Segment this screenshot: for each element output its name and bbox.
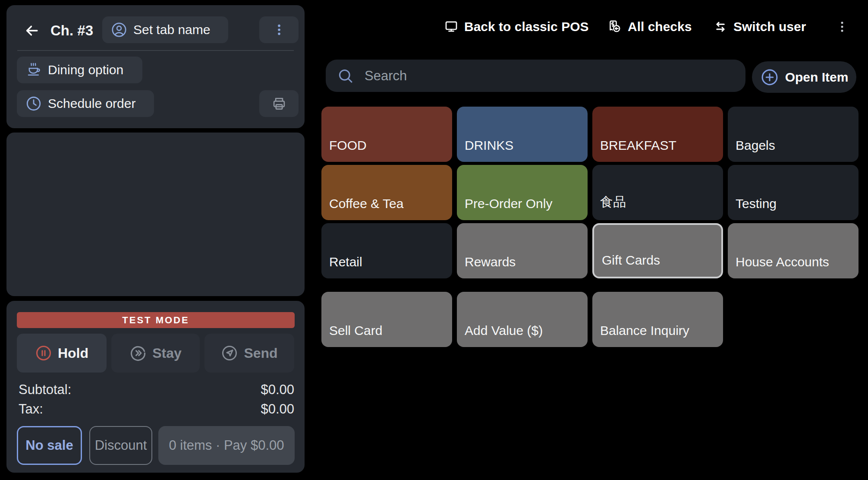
chevrons-circle-icon xyxy=(129,344,147,362)
kebab-menu-icon xyxy=(836,20,849,33)
no-sale-button[interactable]: No sale xyxy=(17,426,82,465)
check-summary-card: TEST MODE Hold xyxy=(6,301,305,473)
switch-user-label: Switch user xyxy=(733,19,806,34)
category-tile-drinks[interactable]: DRINKS xyxy=(457,107,588,162)
back-button[interactable] xyxy=(22,21,42,41)
schedule-order-button[interactable]: Schedule order xyxy=(17,90,154,117)
tax-label: Tax: xyxy=(19,401,43,417)
receipt-refund-icon xyxy=(606,19,623,35)
open-item-button[interactable]: Open Item xyxy=(752,61,856,93)
dining-option-label: Dining option xyxy=(48,63,123,77)
swap-arrows-icon xyxy=(713,19,728,35)
steaming-cup-icon xyxy=(25,62,42,78)
tile-label: Add Value ($) xyxy=(465,323,543,338)
stay-button[interactable]: Stay xyxy=(111,334,200,373)
plus-circle-icon xyxy=(760,68,779,87)
check-title: Ch. #3 xyxy=(50,22,93,39)
open-item-label: Open Item xyxy=(785,70,849,85)
category-tile-testing[interactable]: Testing xyxy=(728,165,859,220)
search-input[interactable] xyxy=(364,68,741,84)
clock-icon xyxy=(25,95,42,112)
tax-row: Tax: $0.00 xyxy=(19,401,294,417)
tile-label: Gift Cards xyxy=(602,253,660,268)
category-tile-coffee-tea[interactable]: Coffee & Tea xyxy=(321,165,452,220)
search-bar xyxy=(326,60,745,92)
category-grid: FOODDRINKSBREAKFASTBagelsCoffee & TeaPre… xyxy=(321,107,859,278)
gift-card-action-sell-card[interactable]: Sell Card xyxy=(321,292,452,347)
tile-label: DRINKS xyxy=(465,138,513,153)
category-tile-breakfast[interactable]: BREAKFAST xyxy=(592,107,723,162)
dining-option-button[interactable]: Dining option xyxy=(17,57,142,83)
category-tile-retail[interactable]: Retail xyxy=(321,223,452,278)
category-tile-house-accounts[interactable]: House Accounts xyxy=(728,223,859,278)
print-button[interactable] xyxy=(259,90,299,117)
person-circle-icon xyxy=(111,22,127,38)
back-to-classic-pos-label: Back to classic POS xyxy=(464,19,589,34)
tile-label: Balance Inquiry xyxy=(600,323,689,338)
tile-label: Retail xyxy=(329,255,362,269)
check-footer-buttons: No sale Discount 0 items · Pay $0.00 xyxy=(17,426,294,465)
header-divider xyxy=(17,50,294,51)
menu-overflow-button[interactable] xyxy=(833,13,851,41)
search-icon xyxy=(336,66,355,85)
order-items-area xyxy=(6,133,305,296)
arrow-left-icon xyxy=(24,22,40,39)
tile-label: Coffee & Tea xyxy=(329,196,403,211)
hold-label: Hold xyxy=(58,345,88,361)
switch-user-button[interactable]: Switch user xyxy=(713,13,806,41)
schedule-order-label: Schedule order xyxy=(48,96,135,111)
order-actions-row: Hold Stay xyxy=(17,334,294,373)
category-tile-pre-order-only[interactable]: Pre-Order Only xyxy=(457,165,588,220)
gift-card-action-balance-inquiry[interactable]: Balance Inquiry xyxy=(592,292,723,347)
subtotal-row: Subtotal: $0.00 xyxy=(19,382,294,398)
pay-button[interactable]: 0 items · Pay $0.00 xyxy=(158,426,295,465)
category-tile-food[interactable]: FOOD xyxy=(321,107,452,162)
all-checks-button[interactable]: All checks xyxy=(606,13,692,41)
subtotal-label: Subtotal: xyxy=(19,382,71,398)
back-to-classic-pos-button[interactable]: Back to classic POS xyxy=(443,13,589,41)
set-tab-name-button[interactable]: Set tab name xyxy=(102,16,228,43)
tile-label: Bagels xyxy=(736,138,775,153)
all-checks-label: All checks xyxy=(628,19,692,34)
send-button[interactable]: Send xyxy=(204,334,294,373)
tile-label: Pre-Order Only xyxy=(465,196,552,211)
gift-card-actions-grid: Sell CardAdd Value ($)Balance Inquiry xyxy=(321,292,859,347)
tile-label: Testing xyxy=(736,196,777,211)
category-tile-bagels[interactable]: Bagels xyxy=(728,107,859,162)
tile-label: FOOD xyxy=(329,138,367,153)
tile-label: Rewards xyxy=(465,255,516,269)
tax-value: $0.00 xyxy=(261,401,294,417)
tile-label: Sell Card xyxy=(329,323,382,338)
set-tab-name-label: Set tab name xyxy=(133,22,210,37)
test-mode-banner: TEST MODE xyxy=(17,312,295,328)
category-tile-tile[interactable]: 食品 xyxy=(592,165,723,220)
stay-label: Stay xyxy=(152,345,182,361)
category-tile-gift-cards[interactable]: Gift Cards xyxy=(592,223,723,278)
pause-circle-icon xyxy=(35,344,52,362)
tile-label: House Accounts xyxy=(736,255,829,269)
check-menu-button[interactable] xyxy=(259,16,299,43)
send-circle-icon xyxy=(221,344,238,362)
hold-button[interactable]: Hold xyxy=(17,334,107,373)
discount-button[interactable]: Discount xyxy=(89,426,152,465)
gift-card-action-add-value[interactable]: Add Value ($) xyxy=(457,292,588,347)
subtotal-value: $0.00 xyxy=(261,382,294,398)
category-tile-rewards[interactable]: Rewards xyxy=(457,223,588,278)
monitor-icon xyxy=(443,19,459,35)
pos-app: Ch. #3 Set tab name xyxy=(0,0,868,480)
printer-icon xyxy=(271,95,287,112)
send-label: Send xyxy=(244,345,277,361)
kebab-menu-icon xyxy=(272,23,286,37)
tile-label: 食品 xyxy=(600,193,626,211)
tile-label: BREAKFAST xyxy=(600,138,676,153)
check-header-card: Ch. #3 Set tab name xyxy=(6,5,305,128)
